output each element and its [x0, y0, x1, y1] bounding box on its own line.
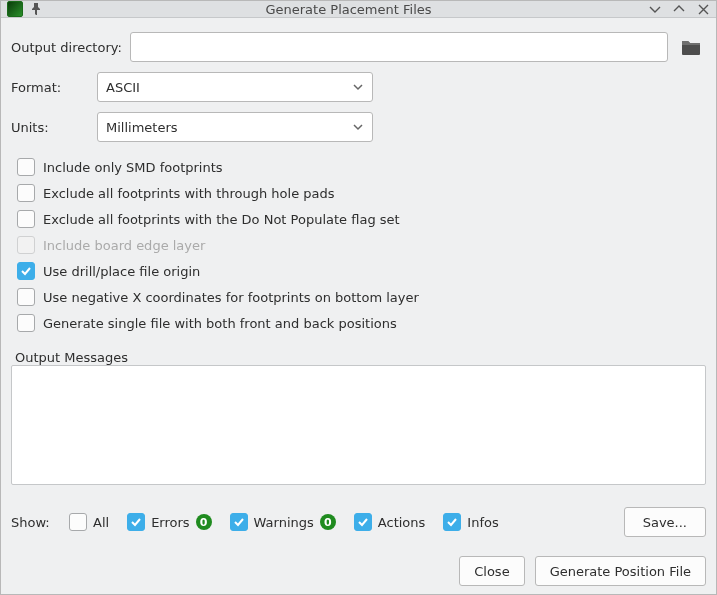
filter-all-checkbox[interactable] — [69, 513, 87, 531]
filter-warnings-label: Warnings — [254, 515, 314, 530]
output-messages-title: Output Messages — [13, 350, 130, 365]
errors-count-badge: 0 — [196, 514, 212, 530]
format-label: Format: — [11, 80, 79, 95]
drill-origin-checkbox[interactable] — [17, 262, 35, 280]
generate-position-file-button[interactable]: Generate Position File — [535, 556, 706, 586]
app-icon — [7, 1, 23, 17]
board-edge-checkbox — [17, 236, 35, 254]
warnings-count-badge: 0 — [320, 514, 336, 530]
filter-actions-checkbox[interactable] — [354, 513, 372, 531]
dialog-content: Output directory: Format: ASCII Units: M… — [1, 18, 716, 545]
format-value: ASCII — [106, 80, 352, 95]
save-messages-button[interactable]: Save... — [624, 507, 706, 537]
single-file-label: Generate single file with both front and… — [43, 316, 397, 331]
close-button[interactable]: Close — [459, 556, 524, 586]
output-directory-input[interactable] — [130, 32, 668, 62]
output-directory-label: Output directory: — [11, 40, 122, 55]
maximize-icon[interactable] — [672, 2, 686, 16]
exclude-dnp-checkbox[interactable] — [17, 210, 35, 228]
filter-all-label: All — [93, 515, 109, 530]
units-dropdown[interactable]: Millimeters — [97, 112, 373, 142]
units-label: Units: — [11, 120, 79, 135]
only-smd-checkbox[interactable] — [17, 158, 35, 176]
options-list: Include only SMD footprints Exclude all … — [11, 158, 706, 332]
pin-icon[interactable] — [29, 3, 43, 15]
output-messages-area — [11, 365, 706, 485]
filter-infos-checkbox[interactable] — [443, 513, 461, 531]
units-value: Millimeters — [106, 120, 352, 135]
exclude-tht-checkbox[interactable] — [17, 184, 35, 202]
browse-folder-button[interactable] — [676, 32, 706, 62]
neg-x-bottom-checkbox[interactable] — [17, 288, 35, 306]
exclude-dnp-label: Exclude all footprints with the Do Not P… — [43, 212, 400, 227]
chevron-down-icon — [352, 121, 364, 133]
format-dropdown[interactable]: ASCII — [97, 72, 373, 102]
only-smd-label: Include only SMD footprints — [43, 160, 223, 175]
filter-errors-checkbox[interactable] — [127, 513, 145, 531]
minimize-icon[interactable] — [648, 2, 662, 16]
chevron-down-icon — [352, 81, 364, 93]
drill-origin-label: Use drill/place file origin — [43, 264, 200, 279]
filter-actions-label: Actions — [378, 515, 426, 530]
filter-errors-label: Errors — [151, 515, 189, 530]
titlebar: Generate Placement Files — [1, 1, 716, 18]
dialog-footer: Close Generate Position File — [1, 545, 716, 595]
single-file-checkbox[interactable] — [17, 314, 35, 332]
board-edge-label: Include board edge layer — [43, 238, 205, 253]
filter-infos-label: Infos — [467, 515, 498, 530]
window: Generate Placement Files Output director… — [0, 0, 717, 595]
filter-warnings-checkbox[interactable] — [230, 513, 248, 531]
close-icon[interactable] — [696, 2, 710, 16]
exclude-tht-label: Exclude all footprints with through hole… — [43, 186, 335, 201]
show-label: Show: — [11, 515, 51, 530]
window-title: Generate Placement Files — [49, 2, 648, 17]
neg-x-bottom-label: Use negative X coordinates for footprint… — [43, 290, 419, 305]
